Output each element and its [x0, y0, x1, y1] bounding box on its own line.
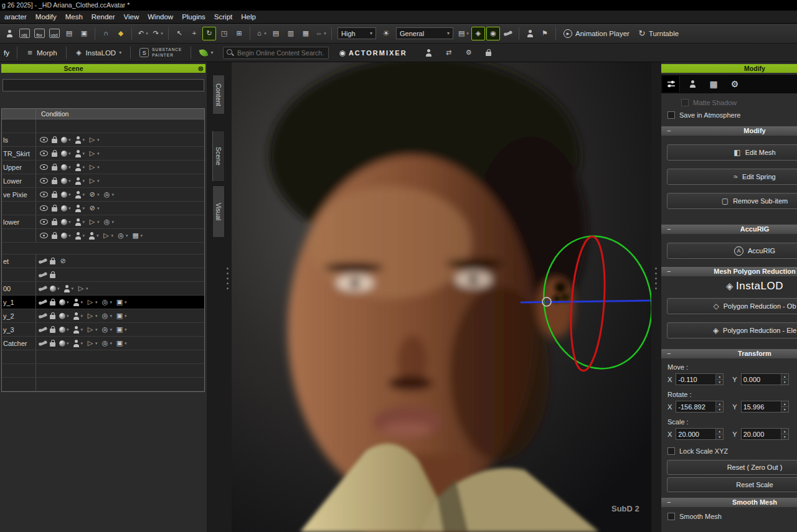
menu-aracter[interactable]: aracter	[0, 13, 31, 21]
splitter-handle[interactable]	[655, 268, 657, 289]
spin-down-icon[interactable]: ▼	[781, 406, 788, 412]
export-obj-icon[interactable]: obj	[17, 27, 31, 40]
circle-icon[interactable]: ◎▾	[117, 231, 128, 240]
rotate-tool-icon[interactable]: ↻	[202, 27, 216, 40]
spin-up-icon[interactable]: ▲	[781, 401, 788, 406]
person-icon[interactable]: ▾	[64, 285, 74, 292]
scene-row[interactable]: ▾▾⊘▾	[2, 202, 204, 215]
scene-row-empty[interactable]	[2, 378, 204, 391]
box-icon[interactable]: ▣▾	[116, 298, 127, 306]
align-ground-icon[interactable]: ▦	[299, 27, 313, 40]
scene-row[interactable]: ▾▾▾▷▾◎▾▦▾	[2, 229, 204, 243]
reset-scale-button[interactable]: Reset Scale	[667, 477, 797, 492]
scale-tool-icon[interactable]: ◳	[217, 27, 231, 40]
scene-row-label[interactable]: TR_Skirt	[2, 147, 36, 160]
tab-visual[interactable]: Visual	[212, 185, 225, 238]
viewport-3d[interactable]: SubD 2	[232, 62, 651, 532]
lock-icon[interactable]	[50, 340, 55, 347]
section-accurig[interactable]: −AccuRIG	[661, 225, 797, 234]
menu-plugins[interactable]: Plugins	[177, 13, 210, 21]
eye-icon[interactable]	[40, 219, 48, 225]
screenshot-icon[interactable]: ▣	[77, 27, 91, 40]
scene-row[interactable]: 00▾▾▷▾	[2, 282, 204, 296]
person-icon[interactable]: ▾	[73, 312, 83, 320]
person-icon[interactable]: ▾	[75, 164, 85, 171]
scene-name-column-header[interactable]	[2, 109, 36, 119]
person-icon[interactable]: ▾	[73, 340, 83, 347]
iray-button[interactable]: ▾	[196, 45, 217, 60]
flag-icon[interactable]: ⚑	[538, 27, 552, 40]
align-width-icon[interactable]: ▤	[269, 27, 283, 40]
sphere-icon[interactable]: ▾	[61, 164, 71, 170]
lock-icon[interactable]	[52, 150, 57, 157]
box-icon[interactable]: ▣▾	[116, 312, 127, 320]
lock-icon[interactable]	[52, 232, 57, 239]
sphere-icon[interactable]: ▾	[59, 327, 69, 333]
scene-row-empty[interactable]	[2, 364, 204, 378]
scene-row[interactable]: ls▾▾▷▾	[2, 133, 204, 147]
gear-icon[interactable]: ⚙	[462, 46, 476, 60]
edit-mesh-button[interactable]: ◧Edit Mesh	[667, 144, 797, 161]
sphere-icon[interactable]: ▾	[61, 205, 71, 212]
bone-icon[interactable]	[40, 274, 46, 276]
undo-icon[interactable]: ↶▾	[136, 27, 149, 40]
condition-column-header[interactable]: Condition	[36, 109, 204, 119]
redo-icon[interactable]: ↷▾	[151, 27, 164, 40]
grid-icon[interactable]: ▦▾	[132, 231, 143, 240]
scene-row-label[interactable]: ve Pixie	[2, 188, 36, 201]
remove-subitem-button[interactable]: ▢Remove Sub-item	[667, 193, 797, 209]
person-icon[interactable]: ▾	[75, 205, 85, 212]
scene-row[interactable]: Catcher▾▾▷▾◎▾▣▾	[2, 337, 204, 350]
slash-icon[interactable]: ⊘▾	[88, 204, 100, 212]
save-in-atmosphere-checkbox[interactable]	[667, 111, 675, 119]
rotate-x-value[interactable]	[676, 401, 715, 412]
person-icon[interactable]: ▾	[75, 232, 85, 240]
arrow-icon[interactable]: ▷▾	[103, 231, 114, 240]
lock-icon[interactable]	[52, 136, 57, 143]
spin-down-icon[interactable]: ▼	[716, 434, 723, 439]
bone-icon[interactable]	[40, 260, 46, 263]
shuffle-icon[interactable]: ⇄	[442, 46, 456, 60]
scene-row-label[interactable]: Upper	[2, 161, 36, 174]
scene-row[interactable]: y_1▾▾▷▾◎▾▣▾	[2, 296, 204, 309]
eye-icon[interactable]	[40, 233, 48, 238]
arrow-icon[interactable]: ▷▾	[87, 298, 98, 306]
bone-icon[interactable]	[40, 342, 46, 345]
lock-icon[interactable]	[50, 326, 55, 333]
scene-row[interactable]: Lower▾▾▷▾	[2, 174, 204, 188]
menu-modify[interactable]: Modify	[31, 13, 61, 21]
spin-up-icon[interactable]: ▲	[716, 401, 723, 406]
spin-down-icon[interactable]: ▼	[781, 379, 788, 385]
menu-help[interactable]: Help	[237, 13, 260, 21]
scene-row-label[interactable]	[2, 229, 36, 242]
bone-icon[interactable]	[40, 329, 46, 331]
sphere-icon[interactable]: ▾	[61, 151, 71, 157]
scale-x-value[interactable]	[676, 429, 715, 439]
quality-dropdown[interactable]: High▾	[337, 27, 376, 39]
arrow-icon[interactable]: ▷▾	[88, 177, 100, 185]
eye-icon[interactable]	[40, 151, 48, 156]
arrow-icon[interactable]: ▷▾	[77, 284, 88, 292]
lock-icon[interactable]	[52, 205, 57, 212]
arrow-icon[interactable]: ▷▾	[87, 325, 98, 334]
spin-down-icon[interactable]: ▼	[716, 406, 723, 412]
sun-icon[interactable]: ☀	[379, 27, 393, 40]
reset-zero-out-button[interactable]: Reset ( Zero Out )	[667, 460, 797, 475]
sphere-icon[interactable]: ▾	[59, 340, 69, 347]
collapse-icon[interactable]: −	[667, 498, 671, 507]
section-modify[interactable]: −Modify	[661, 126, 797, 136]
menu-window[interactable]: Window	[143, 13, 177, 21]
scene-row-empty[interactable]	[2, 350, 204, 364]
bone-icon[interactable]	[40, 301, 46, 304]
scene-row-label[interactable]: Lower	[2, 174, 36, 187]
export-fbx-icon[interactable]: fbx	[32, 27, 46, 40]
eye-icon[interactable]	[40, 205, 48, 211]
scene-row[interactable]: lower▾▾▷▾◎▾	[2, 215, 204, 229]
scene-row-label[interactable]: 00	[2, 282, 36, 295]
tab-content[interactable]: Content	[212, 75, 225, 114]
move-x-value[interactable]	[676, 374, 715, 385]
search-input[interactable]	[236, 49, 326, 57]
person-icon[interactable]: ▾	[75, 218, 85, 226]
scene-filter-input[interactable]	[2, 79, 204, 91]
lock-icon[interactable]	[52, 191, 57, 198]
